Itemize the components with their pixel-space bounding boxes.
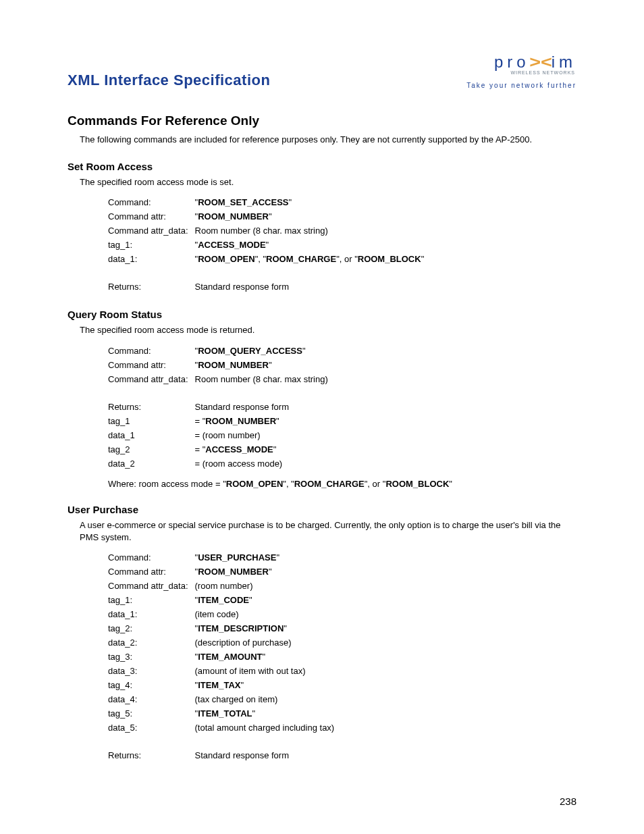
- query-room-table: Command:"ROOM_QUERY_ACCESS" Command attr…: [108, 344, 332, 471]
- subheading-query-room-status: Query Room Status: [68, 309, 576, 320]
- section-heading: Commands For Reference Only: [68, 113, 576, 128]
- cell-value: Standard response form: [195, 280, 429, 294]
- subheading-set-room-access: Set Room Access: [68, 161, 576, 172]
- cell-value: "ITEM_CODE": [195, 593, 339, 607]
- table-row: data_1:(item code): [108, 607, 338, 621]
- table-row: Returns:Standard response form: [108, 748, 338, 762]
- cell-value: "ROOM_QUERY_ACCESS": [195, 344, 332, 358]
- cell-value: "USER_PURCHASE": [195, 550, 339, 565]
- table-row: tag_2= "ACCESS_MODE": [108, 442, 332, 457]
- query-room-where: Where: room access mode = "ROOM_OPEN", "…: [108, 479, 576, 489]
- table-row: data_4:(tax charged on item): [108, 692, 338, 706]
- cell-label: Command attr:: [108, 565, 195, 579]
- table-row: tag_1= "ROOM_NUMBER": [108, 414, 332, 428]
- logo-wordmark: pro><im: [466, 53, 576, 72]
- set-room-desc: The specified room access mode is set.: [80, 176, 576, 188]
- cell-value: "ITEM_TAX": [195, 678, 339, 692]
- cell-label: tag_4:: [108, 678, 195, 692]
- cell-label: tag_1:: [108, 238, 195, 252]
- page-header: XML Interface Specification pro><im WIRE…: [68, 53, 576, 89]
- table-row: Command attr_data:Room number (8 char. m…: [108, 372, 332, 386]
- table-row: data_5:(total amount charged including t…: [108, 721, 338, 735]
- logo-tagline: Take your network further: [466, 82, 576, 89]
- query-room-desc: The specified room access mode is return…: [80, 324, 576, 336]
- brand-logo: pro><im WIRELESS NETWORKS Take your netw…: [466, 53, 576, 89]
- table-row: Command attr:"ROOM_NUMBER": [108, 565, 338, 579]
- cell-value: (description of purchase): [195, 635, 339, 650]
- cell-value: "ITEM_DESCRIPTION": [195, 621, 339, 635]
- set-room-table: Command:"ROOM_SET_ACCESS" Command attr:"…: [108, 195, 428, 294]
- table-row: tag_3:"ITEM_AMOUNT": [108, 650, 338, 664]
- document-title: XML Interface Specification: [68, 72, 270, 89]
- cell-value: (item code): [195, 607, 339, 621]
- cell-label: Returns:: [108, 748, 195, 762]
- cell-value: (tax charged on item): [195, 692, 339, 706]
- table-row: Command:"USER_PURCHASE": [108, 550, 338, 565]
- cell-label: data_3:: [108, 664, 195, 678]
- cell-value: "ROOM_NUMBER": [195, 565, 339, 579]
- cell-value: = (room number): [195, 428, 332, 442]
- table-row: Returns:Standard response form: [108, 280, 428, 294]
- logo-subbrand: WIRELESS NETWORKS: [466, 70, 576, 75]
- cell-label: Command:: [108, 195, 195, 209]
- cell-label: data_2: [108, 457, 195, 471]
- cell-value: = "ROOM_NUMBER": [195, 414, 332, 428]
- cell-label: tag_1: [108, 414, 195, 428]
- subheading-user-purchase: User Purchase: [68, 504, 576, 515]
- cell-value: (room number): [195, 579, 339, 593]
- cell-value: "ITEM_TOTAL": [195, 706, 339, 721]
- cell-value: Room number (8 char. max string): [195, 224, 429, 238]
- cell-label: tag_3:: [108, 650, 195, 664]
- table-row: Command attr_data:(room number): [108, 579, 338, 593]
- table-row: data_3:(amount of item with out tax): [108, 664, 338, 678]
- section-intro: The following commands are included for …: [80, 134, 576, 146]
- table-row: tag_1:"ITEM_CODE": [108, 593, 338, 607]
- cell-value: = "ACCESS_MODE": [195, 442, 332, 457]
- table-row: data_2:(description of purchase): [108, 635, 338, 650]
- user-purchase-table: Command:"USER_PURCHASE" Command attr:"RO…: [108, 550, 338, 762]
- table-row: tag_5:"ITEM_TOTAL": [108, 706, 338, 721]
- table-row: Command attr_data:Room number (8 char. m…: [108, 224, 428, 238]
- table-row: Returns:Standard response form: [108, 400, 332, 414]
- table-row: data_1:"ROOM_OPEN", "ROOM_CHARGE", or "R…: [108, 252, 428, 266]
- cell-label: Command attr:: [108, 209, 195, 224]
- cell-label: data_5:: [108, 721, 195, 735]
- cell-label: tag_5:: [108, 706, 195, 721]
- cell-label: Returns:: [108, 400, 195, 414]
- cell-label: data_2:: [108, 635, 195, 650]
- cell-value: Room number (8 char. max string): [195, 372, 332, 386]
- cell-label: data_1:: [108, 252, 195, 266]
- cell-label: data_1: [108, 428, 195, 442]
- cell-value: "ROOM_SET_ACCESS": [195, 195, 429, 209]
- table-row: tag_4:"ITEM_TAX": [108, 678, 338, 692]
- table-row: tag_1:"ACCESS_MODE": [108, 238, 428, 252]
- cell-label: data_1:: [108, 607, 195, 621]
- cell-label: tag_1:: [108, 593, 195, 607]
- cell-label: tag_2:: [108, 621, 195, 635]
- cell-label: Command attr:: [108, 358, 195, 372]
- cell-value: (amount of item with out tax): [195, 664, 339, 678]
- table-row: Command attr:"ROOM_NUMBER": [108, 358, 332, 372]
- cell-value: "ROOM_OPEN", "ROOM_CHARGE", or "ROOM_BLO…: [195, 252, 429, 266]
- cell-label: Command attr_data:: [108, 372, 195, 386]
- cell-label: Command attr_data:: [108, 224, 195, 238]
- cell-label: Command attr_data:: [108, 579, 195, 593]
- cell-value: "ITEM_AMOUNT": [195, 650, 339, 664]
- cell-label: data_4:: [108, 692, 195, 706]
- cell-label: Command:: [108, 344, 195, 358]
- table-row: data_2= (room access mode): [108, 457, 332, 471]
- table-row: Command attr:"ROOM_NUMBER": [108, 209, 428, 224]
- cell-value: "ROOM_NUMBER": [195, 358, 332, 372]
- cell-value: = (room access mode): [195, 457, 332, 471]
- cell-label: Command:: [108, 550, 195, 565]
- cell-value: "ACCESS_MODE": [195, 238, 429, 252]
- user-purchase-desc: A user e-commerce or special service pur…: [80, 519, 576, 544]
- cell-value: Standard response form: [195, 400, 332, 414]
- table-row: Command:"ROOM_QUERY_ACCESS": [108, 344, 332, 358]
- cell-value: "ROOM_NUMBER": [195, 209, 429, 224]
- cell-value: Standard response form: [195, 748, 339, 762]
- table-row: tag_2:"ITEM_DESCRIPTION": [108, 621, 338, 635]
- cell-label: tag_2: [108, 442, 195, 457]
- table-row: data_1= (room number): [108, 428, 332, 442]
- page: XML Interface Specification pro><im WIRE…: [0, 0, 644, 834]
